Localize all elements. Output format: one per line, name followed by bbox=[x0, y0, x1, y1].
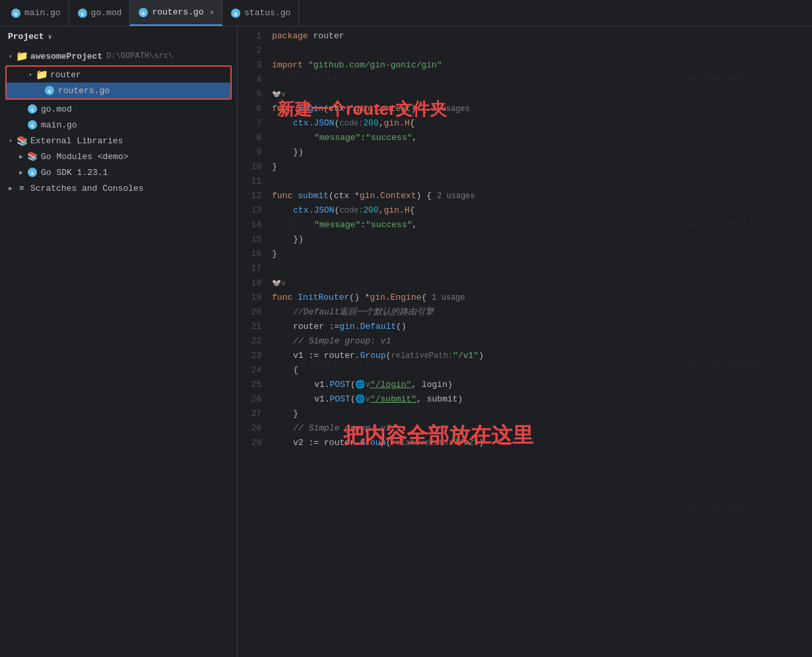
scratches-icon: ≡ bbox=[16, 182, 28, 194]
comment-22: // Simple group: v1 bbox=[293, 334, 391, 349]
status-go-icon: G bbox=[230, 8, 241, 18]
str-message-8: "message" bbox=[314, 131, 360, 145]
code-editor[interactable]: 新建一个router文件夹 把内容全部放在这里 gin.taotang.li g… bbox=[238, 26, 812, 657]
tab-status-go-label: status.go bbox=[244, 8, 290, 18]
tree-item-go-sdk[interactable]: ▶ G Go SDK 1.23.1 bbox=[0, 164, 237, 180]
code-line-23: v1 := router.Group( relativePath: "/v1") bbox=[269, 349, 812, 363]
code-line-12: func submit(ctx *gin.Context) {2 usages bbox=[269, 189, 812, 203]
code-line-16: } bbox=[269, 247, 812, 261]
routers-go-icon: G bbox=[138, 7, 149, 18]
fold-icon-5: 🐭∨ bbox=[272, 87, 286, 102]
param-23b: ( bbox=[386, 349, 391, 363]
comment-20: //Default返回一个默认的路由引擎 bbox=[293, 305, 434, 320]
label-relativepath-29: relativePath: bbox=[391, 436, 453, 450]
tree-item-scratches[interactable]: ▶ ≡ Scratches and Consoles bbox=[0, 180, 237, 196]
code-line-9: }) bbox=[269, 145, 812, 160]
fn-group-29: Group bbox=[360, 436, 386, 450]
code-line-10: } bbox=[269, 160, 812, 174]
num-200-7: 200 bbox=[363, 116, 378, 131]
hint-usages-12: 2 usages bbox=[437, 189, 475, 203]
tree-item-awesome-project[interactable]: ▾ 📁 awesomeProject D:\GOPATH\src\ bbox=[0, 48, 237, 64]
hint-usages-6: 2 usages bbox=[432, 102, 470, 116]
code-line-13: ctx.JSON( code: 200, gin.H{ bbox=[269, 203, 812, 218]
param-19b: { bbox=[421, 291, 426, 305]
go-modules-icon: 📚 bbox=[26, 151, 38, 162]
param-13b: , bbox=[379, 203, 384, 218]
go-mod-label: go.mod bbox=[41, 104, 72, 114]
expand-go-modules-icon: ▶ bbox=[16, 151, 26, 162]
code-lines: package router import "github.com/gin-go… bbox=[269, 26, 812, 657]
str-v2: "/v2" bbox=[453, 436, 479, 450]
param-23: v1 := router. bbox=[293, 349, 360, 363]
comment-28: // Simple group: v2 bbox=[293, 421, 391, 436]
kw-import: import bbox=[272, 58, 303, 73]
go-modules-label: Go Modules <demo> bbox=[41, 152, 129, 162]
fn-initrouter: InitRouter bbox=[298, 291, 349, 305]
tree-item-router-folder[interactable]: ▾ 📁 router bbox=[7, 67, 230, 83]
param-21b: () bbox=[396, 320, 407, 334]
tab-main-go[interactable]: G main.go bbox=[3, 0, 69, 26]
param-25b: ( bbox=[351, 378, 356, 392]
expand-external-icon: ▾ bbox=[5, 135, 16, 146]
param-9: }) bbox=[293, 145, 304, 160]
go-mod-icon: G bbox=[26, 103, 38, 115]
hint-usage-19: 1 usage bbox=[432, 291, 465, 305]
fn-json-7: ctx.JSON bbox=[293, 116, 334, 131]
code-line-21: router := gin.Default() bbox=[269, 320, 812, 334]
mod-file-icon: G bbox=[77, 8, 88, 18]
code-line-19: func InitRouter() *gin.Engine {1 usage bbox=[269, 291, 812, 305]
tree-item-routers-go[interactable]: G routers.go bbox=[7, 83, 230, 98]
type-engine-19: gin.Engine bbox=[370, 291, 421, 305]
param-29c: ) bbox=[479, 436, 484, 450]
expand-router-icon: ▾ bbox=[25, 69, 36, 80]
code-line-11 bbox=[269, 174, 812, 189]
code-content: 新建一个router文件夹 把内容全部放在这里 gin.taotang.li g… bbox=[238, 26, 812, 657]
tree-item-main-go[interactable]: G main.go bbox=[0, 117, 237, 133]
param-7b: , bbox=[379, 116, 384, 131]
tree-item-go-mod[interactable]: G go.mod bbox=[0, 101, 237, 117]
tab-status-go[interactable]: G status.go bbox=[222, 0, 299, 26]
type-gincontext-12: gin.Context bbox=[360, 189, 417, 203]
label-relativepath-23: relativePath: bbox=[391, 349, 453, 363]
sidebar-header: Project ∨ bbox=[0, 26, 237, 47]
sidebar: Project ∨ ▾ 📁 awesomeProject D:\GOPATH\s… bbox=[0, 26, 238, 657]
code-line-18: 🐭∨ bbox=[269, 276, 812, 291]
router-folder-icon: 📁 bbox=[36, 69, 48, 81]
comma-14: , bbox=[412, 218, 417, 232]
expand-go-sdk-icon: ▶ bbox=[16, 167, 26, 178]
str-login-25: "/login" bbox=[370, 378, 411, 392]
param-8: : bbox=[360, 131, 366, 145]
tab-routers-go[interactable]: G routers.go ✕ bbox=[130, 0, 222, 26]
param-15: }) bbox=[293, 232, 304, 247]
svg-text:G: G bbox=[15, 11, 18, 17]
tree-item-go-modules[interactable]: ▶ 📚 Go Modules <demo> bbox=[0, 149, 237, 164]
param-16: } bbox=[272, 247, 277, 261]
param-29: v2 := router. bbox=[293, 436, 360, 450]
kw-func-6: func bbox=[272, 102, 292, 116]
tab-go-mod[interactable]: G go.mod bbox=[69, 0, 131, 26]
globe-25: 🌐∨ bbox=[355, 378, 370, 392]
tree-item-external-libraries[interactable]: ▾ 📚 External Libraries bbox=[0, 133, 237, 149]
code-line-7: ctx.JSON( code: 200, gin.H{ bbox=[269, 116, 812, 131]
label-code-7: code: bbox=[339, 116, 363, 131]
svg-text:G: G bbox=[31, 108, 34, 113]
svg-text:G: G bbox=[142, 11, 145, 17]
code-line-15: }) bbox=[269, 232, 812, 247]
param-26c: , submit) bbox=[417, 392, 463, 407]
main-go-icon: G bbox=[26, 119, 38, 131]
str-v1: "/v1" bbox=[453, 349, 479, 363]
svg-text:G: G bbox=[31, 171, 34, 176]
router-folder-label: router bbox=[50, 70, 81, 80]
close-routers-go-button[interactable]: ✕ bbox=[209, 8, 214, 17]
fn-submit: submit bbox=[298, 189, 329, 203]
code-line-28: // Simple group: v2 bbox=[269, 421, 812, 436]
tab-main-go-label: main.go bbox=[24, 8, 61, 18]
param-6b: ) { bbox=[411, 102, 426, 116]
code-line-26: v1.POST(🌐∨"/submit", submit) bbox=[269, 392, 812, 407]
pkg-router: router bbox=[313, 29, 344, 44]
line-numbers: 1 2 3 4 5 6 7 8 9 10 11 12 13 14 15 16 1… bbox=[238, 26, 269, 657]
param-14: : bbox=[360, 218, 366, 232]
param-6: (ctx * bbox=[323, 102, 355, 116]
code-line-29: v2 := router.Group( relativePath: "/v2") bbox=[269, 436, 812, 450]
param-29b: ( bbox=[386, 436, 391, 450]
